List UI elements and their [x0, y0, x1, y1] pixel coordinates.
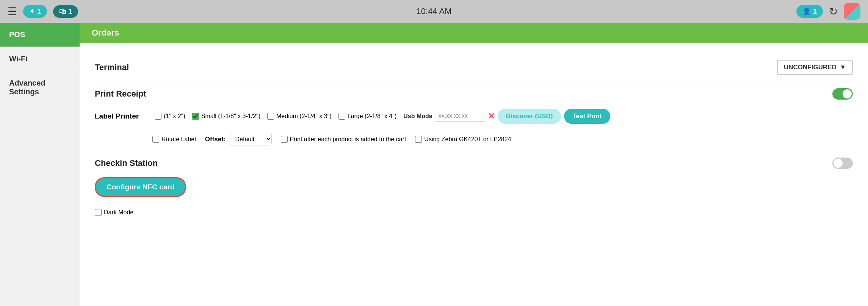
zebra-label: Using Zebra GK420T or LP2824 [424, 136, 511, 143]
user-count: 1 [813, 8, 817, 16]
user-badge[interactable]: 👤 1 [796, 5, 823, 18]
checkbox-large-input[interactable] [338, 113, 345, 120]
hamburger-icon[interactable]: ☰ [8, 5, 17, 18]
usb-ip-input[interactable] [436, 111, 485, 122]
offset-label: Offset: [205, 136, 226, 143]
checkbox-small-label: Small (1-1/8" x 3-1/2") [201, 113, 260, 120]
print-receipt-section: Print Receipt [95, 81, 853, 104]
orders-badge-button[interactable]: 🛍 1 [53, 5, 78, 18]
topbar-left: ☰ ✦ 1 🛍 1 [8, 5, 78, 18]
tasks-badge-button[interactable]: ✦ 1 [23, 5, 47, 18]
checkin-toggle[interactable] [832, 158, 853, 169]
sidebar-item-pos[interactable]: POS [0, 23, 80, 47]
checkbox-1x2-input[interactable] [155, 113, 161, 120]
checkbox-print-after[interactable]: Print after each product is added to the… [281, 136, 406, 143]
sidebar-wifi-label: Wi-Fi [9, 55, 28, 63]
terminal-section: Terminal UNCONFIGURED ▼ [95, 54, 853, 81]
checkbox-rotate[interactable]: Rotate Label [152, 136, 196, 143]
checkin-label: Checkin Station [95, 158, 158, 168]
test-print-button[interactable]: Test Print [564, 109, 610, 124]
topbar: ☰ ✦ 1 🛍 1 10:44 AM 👤 1 ↻ [0, 0, 868, 23]
configure-nfc-button[interactable]: Configure NFC card [95, 177, 186, 197]
checkbox-print-after-input[interactable] [281, 136, 288, 143]
print-receipt-label: Print Receipt [95, 89, 146, 99]
terminal-value: UNCONFIGURED [784, 64, 837, 71]
checkin-section: Checkin Station [95, 150, 853, 174]
checkbox-1x2-label: (1" x 2") [164, 113, 185, 120]
bag-icon: 🛍 [59, 8, 66, 16]
discover-usb-button[interactable]: Discover (USB) [498, 109, 561, 124]
chevron-down-icon: ▼ [840, 64, 846, 71]
checkbox-medium-label: Medium (2-1/4" x 3") [276, 113, 332, 120]
dark-mode-section: Dark Mode [95, 203, 853, 222]
configure-nfc-wrapper: Configure NFC card [95, 174, 853, 203]
sidebar-item-wifi[interactable]: Wi-Fi [0, 47, 80, 71]
tasks-count: 1 [37, 8, 41, 16]
checkbox-large-label: Large (2-1/8" x 4") [348, 113, 397, 120]
dark-mode-label: Dark Mode [104, 209, 133, 216]
terminal-dropdown[interactable]: UNCONFIGURED ▼ [777, 60, 853, 75]
checkbox-small-input[interactable] [192, 113, 199, 120]
terminal-label: Terminal [95, 62, 129, 72]
clear-ip-button[interactable]: ✕ [488, 111, 495, 121]
topbar-time: 10:44 AM [417, 6, 452, 16]
content-area: Orders Terminal UNCONFIGURED ▼ Print Rec… [80, 23, 868, 306]
sidebar-advanced-label: Advanced Settings [9, 79, 45, 96]
checkbox-medium[interactable]: Medium (2-1/4" x 3") [267, 113, 332, 120]
usb-mode-label: Usb Mode [403, 113, 432, 120]
content-body: Terminal UNCONFIGURED ▼ Print Receipt La… [80, 43, 868, 233]
orders-count: 1 [68, 8, 72, 16]
checkbox-dark-mode[interactable]: Dark Mode [95, 209, 133, 216]
checkbox-medium-input[interactable] [267, 113, 274, 120]
offset-select[interactable]: Default [230, 133, 272, 145]
print-receipt-toggle[interactable] [832, 88, 853, 100]
sidebar: POS Wi-Fi Advanced Settings [0, 23, 80, 306]
orders-header: Orders [80, 23, 868, 43]
checkbox-zebra-input[interactable] [415, 136, 422, 143]
checkbox-dark-mode-input[interactable] [95, 209, 102, 216]
user-icon: 👤 [802, 7, 811, 16]
main-layout: POS Wi-Fi Advanced Settings Orders Termi… [0, 23, 868, 306]
sidebar-pos-label: POS [9, 30, 25, 39]
offset-group: Offset: Default [205, 133, 272, 145]
label-printer-row: Label Printer (1" x 2") Small (1-1/8" x … [95, 104, 853, 128]
topbar-right: 👤 1 ↻ [796, 3, 860, 20]
checkbox-large[interactable]: Large (2-1/8" x 4") [338, 113, 397, 120]
label-options-row: Rotate Label Offset: Default Print after… [95, 128, 853, 150]
checkbox-small[interactable]: Small (1-1/8" x 3-1/2") [192, 113, 260, 120]
app-icon [844, 3, 860, 20]
refresh-icon[interactable]: ↻ [829, 5, 838, 18]
rotate-label: Rotate Label [161, 136, 196, 143]
print-after-label: Print after each product is added to the… [290, 136, 406, 143]
label-printer-label: Label Printer [95, 112, 148, 120]
sidebar-item-advanced[interactable]: Advanced Settings [0, 71, 80, 104]
usb-mode-section: Usb Mode ✕ Discover (USB) Test Print [403, 109, 610, 124]
checkbox-1x2[interactable]: (1" x 2") [155, 113, 185, 120]
checkbox-rotate-input[interactable] [152, 136, 159, 143]
checkbox-zebra[interactable]: Using Zebra GK420T or LP2824 [415, 136, 511, 143]
tasks-icon: ✦ [29, 7, 35, 16]
